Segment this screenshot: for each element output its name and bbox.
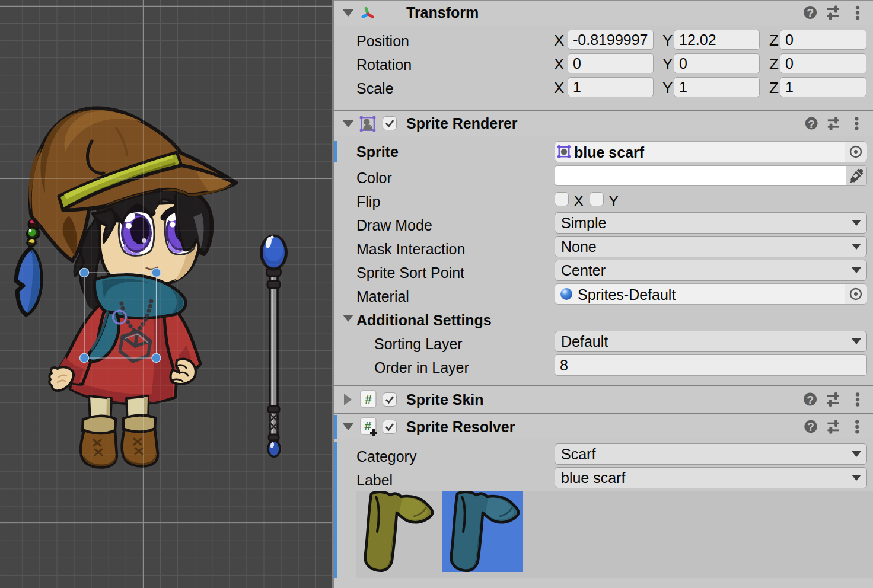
svg-text:?: ? xyxy=(807,394,814,407)
svg-text:#: # xyxy=(365,392,372,406)
svg-text:#: # xyxy=(364,419,371,433)
svg-text:?: ? xyxy=(807,7,814,20)
svg-text:?: ? xyxy=(808,118,815,130)
svg-text:?: ? xyxy=(807,420,814,433)
